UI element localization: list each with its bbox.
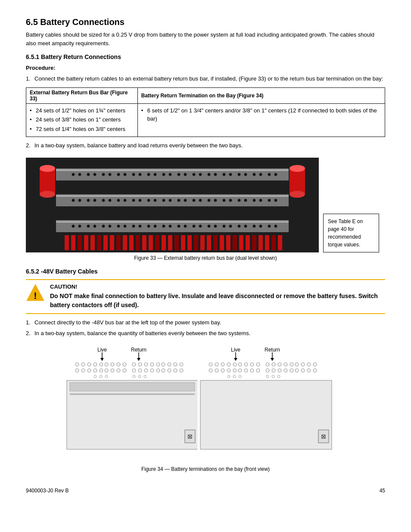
svg-marker-143 (137, 358, 140, 361)
svg-point-22 (117, 173, 120, 176)
svg-point-224 (307, 369, 311, 372)
svg-text:!: ! (34, 290, 37, 301)
svg-point-231 (277, 375, 280, 378)
svg-point-44 (72, 199, 75, 202)
svg-point-89 (199, 224, 202, 227)
subsection-652: 6.5.2 -48V Battery Cables ! CAUTION! Do … (26, 268, 385, 479)
caution-box: ! CAUTION! Do NOT make final connection … (26, 279, 385, 314)
svg-marker-145 (234, 358, 237, 361)
svg-point-70 (268, 199, 271, 202)
svg-point-223 (301, 369, 305, 372)
svg-point-92 (223, 224, 226, 227)
svg-rect-118 (181, 235, 185, 250)
svg-rect-127 (239, 235, 243, 250)
step-652-2: In a two-bay system, balance the quantit… (26, 329, 385, 338)
svg-point-97 (259, 224, 262, 227)
svg-rect-9 (40, 168, 55, 194)
svg-point-75 (93, 224, 97, 227)
svg-point-149 (81, 363, 85, 366)
svg-point-82 (147, 224, 150, 227)
table-col1-header: External Battery Return Bus Bar (Figure … (26, 87, 138, 103)
svg-point-172 (111, 369, 114, 372)
svg-point-175 (132, 369, 136, 372)
svg-rect-117 (174, 235, 179, 250)
svg-point-25 (139, 173, 142, 176)
caution-main-text: Do NOT make final connection to battery … (50, 292, 385, 310)
svg-point-98 (268, 224, 271, 227)
svg-text:Live: Live (97, 347, 107, 353)
svg-point-58 (177, 199, 181, 202)
svg-point-67 (244, 199, 247, 202)
svg-point-45 (78, 199, 81, 202)
svg-point-63 (214, 199, 217, 202)
svg-point-76 (102, 224, 105, 227)
svg-point-65 (229, 199, 232, 202)
svg-rect-100 (65, 235, 69, 250)
svg-point-31 (184, 173, 187, 176)
footer-right: 45 (380, 488, 385, 494)
page-title: 6.5 Battery Connections (26, 17, 385, 27)
svg-point-161 (156, 363, 160, 366)
svg-point-10 (40, 165, 55, 172)
col1-item-1: 24 sets of 1/2" holes on 1¾" centers (30, 106, 134, 115)
svg-rect-233 (200, 380, 332, 449)
svg-point-32 (193, 173, 196, 176)
svg-point-87 (184, 224, 187, 227)
svg-point-193 (227, 363, 230, 366)
figure-33-image (26, 158, 319, 252)
svg-point-190 (209, 363, 212, 366)
svg-rect-104 (90, 235, 95, 250)
svg-point-217 (266, 369, 269, 372)
svg-point-86 (177, 224, 181, 227)
svg-point-221 (290, 369, 293, 372)
figure-33-caption: Figure 33 — External battery return bus … (26, 255, 385, 261)
svg-point-66 (238, 199, 241, 202)
svg-marker-147 (271, 358, 274, 361)
svg-point-90 (208, 224, 211, 227)
step-1: Connect the battery return cables to an … (26, 75, 385, 83)
svg-point-53 (139, 199, 142, 202)
svg-point-54 (147, 199, 150, 202)
svg-point-219 (278, 369, 281, 372)
svg-point-11 (40, 191, 55, 198)
svg-rect-130 (258, 235, 263, 250)
svg-point-164 (174, 363, 177, 366)
svg-point-196 (244, 363, 248, 366)
col2-item-1: 6 sets of 1/2" on 1 3/4" centers and/or … (141, 106, 381, 123)
svg-point-179 (156, 369, 160, 372)
caution-icon: ! (26, 283, 45, 302)
subsection-651-title: 6.5.1 Battery Return Connections (26, 53, 385, 60)
svg-rect-129 (252, 235, 256, 250)
col1-bullet-list: 24 sets of 1/2" holes on 1¾" centers 24 … (30, 106, 134, 134)
procedure-steps-651: Connect the battery return cables to an … (26, 75, 385, 83)
svg-point-73 (78, 224, 81, 227)
svg-point-229 (266, 375, 269, 378)
svg-point-27 (154, 173, 157, 176)
svg-rect-112 (142, 235, 146, 250)
caution-triangle-icon: ! (26, 283, 45, 302)
svg-point-95 (244, 224, 247, 227)
step-652-1: Connect directly to the -48V bus bar at … (26, 318, 385, 327)
svg-rect-5 (56, 195, 289, 197)
svg-rect-126 (233, 235, 237, 250)
svg-point-166 (75, 369, 79, 372)
svg-point-36 (223, 173, 226, 176)
svg-point-157 (132, 363, 136, 366)
svg-point-169 (93, 369, 97, 372)
svg-rect-7 (56, 221, 289, 223)
svg-text:⊠: ⊠ (187, 433, 193, 440)
step-2: In a two-bay system, balance battery and… (26, 141, 385, 150)
figure-34-container: Live Return Live Return (26, 344, 385, 479)
svg-point-194 (233, 363, 237, 366)
svg-point-93 (229, 224, 232, 227)
figure-33-container: See Table E on page 40 for recommended t… (26, 158, 385, 252)
svg-point-211 (227, 369, 230, 372)
svg-point-18 (87, 173, 90, 176)
svg-point-171 (105, 369, 108, 372)
table-col2-header: Battery Return Termination on the Bay (F… (137, 87, 385, 103)
svg-point-163 (168, 363, 171, 366)
svg-text:Return: Return (265, 347, 280, 353)
svg-rect-123 (213, 235, 218, 250)
col1-item-3: 72 sets of 1/4" holes on 3/8" centers (30, 125, 134, 134)
svg-rect-128 (246, 235, 250, 250)
